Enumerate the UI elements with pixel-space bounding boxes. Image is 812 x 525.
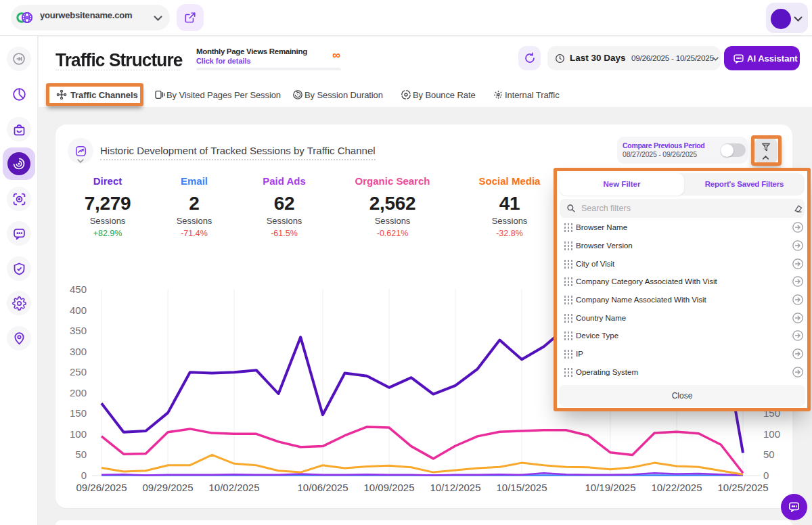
svg-text:10/19/2025: 10/19/2025 (585, 482, 635, 493)
svg-text:10/25/2025: 10/25/2025 (717, 482, 768, 493)
svg-text:10/22/2025: 10/22/2025 (651, 482, 702, 493)
svg-text:150: 150 (70, 407, 87, 419)
svg-text:10/06/2025: 10/06/2025 (297, 482, 348, 493)
svg-text:09/29/2025: 09/29/2025 (142, 482, 193, 493)
svg-text:10/12/2025: 10/12/2025 (430, 482, 480, 493)
svg-text:09/26/2025: 09/26/2025 (76, 482, 127, 493)
svg-text:50: 50 (763, 449, 775, 460)
svg-text:10/09/2025: 10/09/2025 (363, 482, 414, 493)
svg-text:0: 0 (81, 470, 87, 481)
svg-text:300: 300 (70, 346, 87, 357)
svg-text:100: 100 (70, 428, 87, 440)
svg-text:250: 250 (70, 366, 87, 378)
svg-text:100: 100 (763, 428, 780, 440)
svg-text:50: 50 (75, 449, 87, 460)
svg-text:400: 400 (70, 304, 87, 316)
svg-text:450: 450 (70, 283, 87, 295)
svg-text:10/02/2025: 10/02/2025 (208, 482, 259, 493)
svg-text:200: 200 (70, 387, 87, 398)
svg-text:0: 0 (763, 470, 769, 481)
svg-text:350: 350 (70, 325, 87, 336)
svg-text:10/15/2025: 10/15/2025 (496, 482, 547, 493)
